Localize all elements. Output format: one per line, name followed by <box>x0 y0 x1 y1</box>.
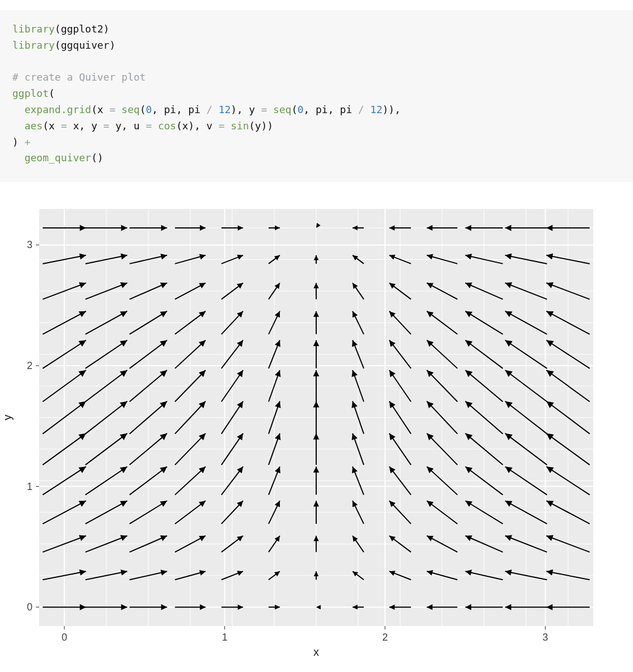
y-tick-label: 0 <box>27 601 32 613</box>
y-axis-title: y <box>1 415 13 421</box>
x-axis-title: x <box>313 646 319 658</box>
page: library(ggplot2) library(ggquiver) # cre… <box>0 10 633 668</box>
x-tick-label: 2 <box>382 632 388 643</box>
chart-container: 01230123xy <box>0 192 633 668</box>
x-tick-label: 1 <box>222 632 227 643</box>
quiver-plot: 01230123xy <box>0 203 604 662</box>
x-tick-label: 3 <box>542 632 548 643</box>
code-comment: # create a Quiver plot <box>12 71 146 83</box>
y-tick-label: 3 <box>27 240 32 251</box>
y-tick-label: 2 <box>27 360 32 371</box>
x-tick-label: 0 <box>62 632 67 643</box>
y-tick-label: 1 <box>27 481 32 492</box>
code-block: library(ggplot2) library(ggquiver) # cre… <box>0 10 633 182</box>
